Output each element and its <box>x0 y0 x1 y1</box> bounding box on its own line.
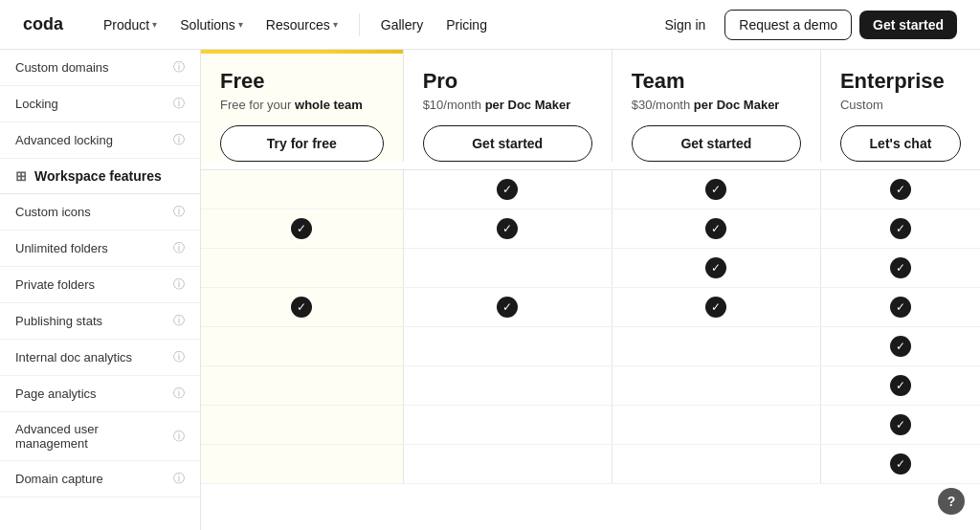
grid-icon: ⊞ <box>15 168 27 184</box>
sidebar-item-locking: Locking ⓘ <box>0 86 200 122</box>
sidebar-feature-label: Advanced user management <box>15 422 173 451</box>
nav-product[interactable]: Product ▾ <box>94 11 167 38</box>
feature-cell-2-2: ✓ <box>612 249 820 288</box>
plan-card-team: Team $30/month per Doc Maker Get started <box>612 54 820 162</box>
plan-btn-team[interactable]: Get started <box>632 125 801 162</box>
plan-desc-free: Free for your whole team <box>220 98 384 112</box>
signin-link[interactable]: Sign in <box>654 11 718 38</box>
feature-cell-2-0 <box>201 249 403 288</box>
plan-header-pro: Pro $10/month per Doc Maker Get started <box>403 50 612 162</box>
info-icon[interactable]: ⓘ <box>173 59 185 76</box>
get-started-button[interactable]: Get started <box>859 11 957 39</box>
nav-pricing[interactable]: Pricing <box>436 11 497 38</box>
feature-row-3: ✓✓✓✓ <box>201 288 980 327</box>
feature-cell-3-1: ✓ <box>403 288 612 327</box>
sidebar-feature-label: Private folders <box>15 277 95 292</box>
check-icon: ✓ <box>890 297 911 318</box>
sidebar-feature-label: Page analytics <box>15 386 97 401</box>
feature-cell-1-0: ✓ <box>201 210 403 249</box>
info-icon[interactable]: ⓘ <box>173 132 185 148</box>
check-icon: ✓ <box>890 414 911 435</box>
check-icon: ✓ <box>497 218 518 239</box>
workspace-section-cell <box>201 162 980 170</box>
chevron-down-icon: ▾ <box>238 19 243 30</box>
feature-cell-3-0: ✓ <box>201 288 403 327</box>
feature-row-1: ✓✓✓✓ <box>201 210 980 249</box>
feature-cell-5-0 <box>201 366 403 406</box>
plan-btn-free[interactable]: Try for free <box>220 125 384 162</box>
feature-row-5: ✓ <box>201 366 980 406</box>
sidebar-feature-4: Internal doc analytics ⓘ <box>0 340 200 376</box>
nav-separator <box>359 13 360 36</box>
info-icon[interactable]: ⓘ <box>173 349 185 365</box>
nav-solutions[interactable]: Solutions ▾ <box>170 11 253 38</box>
chevron-down-icon: ▾ <box>152 19 157 30</box>
plan-card-enterprise: Enterprise Custom Let's chat <box>821 54 980 162</box>
plan-card-free: Free Free for your whole team Try for fr… <box>201 54 403 162</box>
check-icon: ✓ <box>497 179 518 200</box>
check-icon: ✓ <box>497 297 518 318</box>
plan-desc-enterprise: Custom <box>840 98 961 112</box>
navigation: coda Product ▾ Solutions ▾ Resources ▾ G… <box>0 0 980 50</box>
feature-cell-3-2: ✓ <box>612 288 820 327</box>
feature-cell-7-3: ✓ <box>820 445 980 484</box>
sidebar-feature-2: Private folders ⓘ <box>0 267 200 303</box>
info-icon[interactable]: ⓘ <box>173 313 185 329</box>
feature-cell-1-3: ✓ <box>820 210 980 249</box>
sidebar-feature-1: Unlimited folders ⓘ <box>0 231 200 267</box>
plan-name-pro: Pro <box>423 69 592 94</box>
feature-cell-3-3: ✓ <box>820 288 980 327</box>
sidebar-label: Custom domains <box>15 60 109 75</box>
check-icon: ✓ <box>705 218 726 239</box>
plan-desc-team: $30/month per Doc Maker <box>632 98 801 112</box>
check-icon: ✓ <box>705 257 726 278</box>
info-icon[interactable]: ⓘ <box>173 429 185 445</box>
sidebar-feature-label: Domain capture <box>15 472 103 486</box>
sidebar-feature-label: Custom icons <box>15 205 91 219</box>
logo[interactable]: coda <box>23 14 63 34</box>
check-icon: ✓ <box>291 218 312 239</box>
workspace-section-label: Workspace features <box>34 168 162 184</box>
plan-header-row: Free Free for your whole team Try for fr… <box>201 50 980 162</box>
feature-row-6: ✓ <box>201 406 980 445</box>
feature-cell-6-1 <box>403 406 612 445</box>
info-icon[interactable]: ⓘ <box>173 96 185 112</box>
plan-card-pro: Pro $10/month per Doc Maker Get started <box>404 54 612 162</box>
feature-cell-1-2: ✓ <box>612 210 820 249</box>
feature-row-2: ✓✓ <box>201 249 980 288</box>
plan-desc-pro: $10/month per Doc Maker <box>423 98 592 112</box>
sidebar-label: Advanced locking <box>15 133 113 147</box>
check-icon: ✓ <box>890 179 911 200</box>
check-icon: ✓ <box>890 375 911 396</box>
plan-btn-pro[interactable]: Get started <box>423 125 592 162</box>
request-demo-button[interactable]: Request a demo <box>724 10 852 40</box>
plan-btn-enterprise[interactable]: Let's chat <box>840 125 961 162</box>
help-button[interactable]: ? <box>938 488 965 515</box>
info-icon[interactable]: ⓘ <box>173 204 185 220</box>
sidebar-label: Locking <box>15 97 58 111</box>
info-icon[interactable]: ⓘ <box>173 276 185 293</box>
feature-cell-0-1: ✓ <box>403 170 612 210</box>
feature-cell-5-2 <box>612 366 820 406</box>
plan-header-enterprise: Enterprise Custom Let's chat <box>820 50 980 162</box>
feature-cell-6-0 <box>201 406 403 445</box>
sidebar-feature-0: Custom icons ⓘ <box>0 194 200 231</box>
nav-links: Product ▾ Solutions ▾ Resources ▾ Galler… <box>94 11 654 38</box>
info-icon[interactable]: ⓘ <box>173 386 185 402</box>
workspace-section-header: ⊞ Workspace features <box>0 159 200 194</box>
feature-cell-2-3: ✓ <box>820 249 980 288</box>
plan-name-free: Free <box>220 69 384 94</box>
nav-resources[interactable]: Resources ▾ <box>256 11 347 38</box>
workspace-section-pricing-row <box>201 162 980 170</box>
plan-name-enterprise: Enterprise <box>840 69 961 94</box>
sidebar-item-advanced-locking: Advanced locking ⓘ <box>0 122 200 159</box>
info-icon[interactable]: ⓘ <box>173 240 185 256</box>
check-icon: ✓ <box>291 297 312 318</box>
sidebar-feature-6: Advanced user management ⓘ <box>0 412 200 461</box>
nav-gallery[interactable]: Gallery <box>371 11 433 38</box>
feature-cell-0-3: ✓ <box>820 170 980 210</box>
check-icon: ✓ <box>890 257 911 278</box>
info-icon[interactable]: ⓘ <box>173 471 185 487</box>
nav-right: Sign in Request a demo Get started <box>654 10 957 40</box>
feature-cell-2-1 <box>403 249 612 288</box>
